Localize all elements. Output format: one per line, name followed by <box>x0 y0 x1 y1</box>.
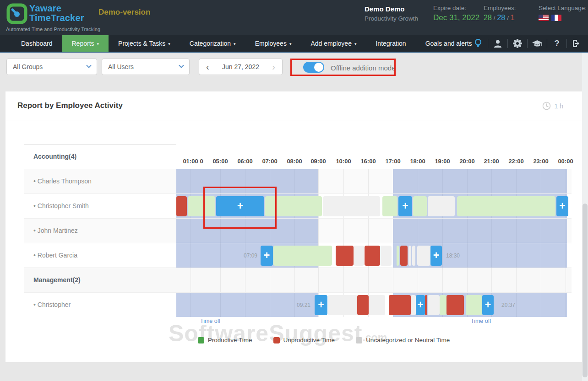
language-block: Select Language: <box>539 5 587 21</box>
group-name[interactable]: Management(2) <box>24 268 176 292</box>
axis-tick-label: 22:00 <box>508 158 523 165</box>
employee-row: • John Martinez <box>24 218 572 243</box>
legend-item-uncategorized-or-neutral-time: Uncategorized or Neutral Time <box>356 337 450 343</box>
timeline: ++07:0918:30 <box>176 243 572 268</box>
fr-flag-icon[interactable] <box>551 15 561 21</box>
group-row: Accounting(4)01:00005:0006:0007:0008:000… <box>24 144 572 169</box>
report-panel: Report by Employee Activity 1 h Accounti… <box>5 91 583 362</box>
legend-label: Unproductive Time <box>283 337 335 343</box>
help-icon[interactable]: ? <box>551 38 563 49</box>
page-scrollbar[interactable] <box>582 53 588 381</box>
chevron-down-icon: ▾ <box>97 42 99 46</box>
group-name[interactable]: Accounting(4) <box>24 144 176 169</box>
employee-name[interactable]: • Christopher <box>24 293 176 317</box>
add-offline-time-button[interactable]: + <box>216 196 264 216</box>
date-picker[interactable]: ‹ Jun 27, 2022 › <box>199 59 283 75</box>
nav-item-projects-tasks[interactable]: Projects & Tasks▾ <box>109 35 180 52</box>
add-offline-time-button[interactable]: + <box>430 246 442 266</box>
user-icon[interactable] <box>492 38 504 49</box>
nav-item-label: Dashboard <box>21 40 53 47</box>
nav-item-categorization[interactable]: Categorization▾ <box>180 35 245 52</box>
gear-icon[interactable] <box>512 38 523 49</box>
add-offline-time-button[interactable]: + <box>261 246 273 266</box>
groups-dropdown[interactable]: All Groups <box>6 59 97 75</box>
segment-neutral <box>428 196 455 216</box>
table-footer: Time offTime off <box>24 317 572 326</box>
axis-tick-label: 05:00 <box>212 158 228 165</box>
nav-item-label: Goals and alerts <box>425 40 472 47</box>
time-off-label: Time off <box>471 318 491 324</box>
employee-row: • Christopher+++09:2120:37 <box>24 292 572 317</box>
segment-neutral <box>417 246 430 266</box>
segment-productive <box>466 295 482 315</box>
gridline <box>516 268 517 292</box>
employee-name[interactable]: • Charles Thompson <box>24 169 176 193</box>
us-flag-icon[interactable] <box>539 15 549 21</box>
gridline <box>220 268 221 292</box>
segment-unproductive <box>357 295 369 315</box>
legend-label: Productive Time <box>208 337 252 343</box>
duration-value: 1 h <box>555 102 563 110</box>
chevron-down-icon: ▾ <box>354 42 357 46</box>
legend-swatch <box>198 337 204 343</box>
axis-tick-label: 06:00 <box>237 158 252 165</box>
employee-name[interactable]: • Robert Garcia <box>24 243 176 268</box>
timeline <box>176 169 572 193</box>
nav-item-reports[interactable]: Reports▾ <box>62 35 109 52</box>
gridline <box>491 268 492 292</box>
logout-icon[interactable] <box>571 38 583 49</box>
users-dropdown[interactable]: All Users <box>102 59 190 75</box>
employees-label: Employees: <box>484 5 516 11</box>
date-next-button[interactable]: › <box>272 59 275 74</box>
chevron-down-icon: ▾ <box>234 42 236 46</box>
segment-productive <box>457 196 555 216</box>
separator: / <box>507 15 509 21</box>
segment-unproductive <box>446 295 464 315</box>
session-time-label: 20:37 <box>501 293 515 317</box>
employee-name[interactable]: • Christopher Smith <box>24 194 176 218</box>
nav-icons: ? <box>472 35 583 52</box>
nav-item-label: Reports <box>72 40 94 47</box>
employee-row: • Christopher Smith+++ <box>24 193 572 218</box>
axis-tick-label: 21:00 <box>484 158 499 165</box>
time-off-label: Time off <box>200 318 220 324</box>
segment-neutral <box>411 295 416 315</box>
axis-tick-label: 16:00 <box>360 158 376 165</box>
offline-addition-toggle[interactable] <box>303 62 324 73</box>
date-prev-button[interactable]: ‹ <box>206 59 209 74</box>
user-block[interactable]: Demo Demo Productivity Growth <box>365 5 418 22</box>
nav-item-dashboard[interactable]: Dashboard <box>11 35 62 52</box>
add-offline-time-button[interactable]: + <box>398 196 412 216</box>
groups-dropdown-value: All Groups <box>13 63 43 70</box>
axis-tick-label: 18:00 <box>410 158 425 165</box>
gridline <box>566 268 566 292</box>
employees-count-total: 28 <box>497 14 505 21</box>
scrollbar-thumb[interactable] <box>583 204 588 377</box>
nav-item-add-employee[interactable]: Add employee▾ <box>301 35 366 52</box>
employee-row: • Charles Thompson <box>24 169 572 193</box>
nav-item-integration[interactable]: Integration <box>366 35 415 52</box>
gridline <box>368 219 369 243</box>
gridline <box>442 268 443 292</box>
segment-productive <box>265 196 322 216</box>
segment-productive <box>188 196 215 216</box>
add-offline-time-button[interactable]: + <box>556 196 568 216</box>
add-offline-time-button[interactable]: + <box>315 295 327 315</box>
timeline <box>176 219 572 243</box>
segment-productive <box>397 246 399 266</box>
time-off-band <box>393 219 567 243</box>
add-offline-time-button[interactable]: + <box>416 295 425 315</box>
report-duration: 1 h <box>542 102 563 110</box>
clock-icon <box>542 102 551 110</box>
employee-name[interactable]: • John Martinez <box>24 219 176 243</box>
legend-label: Uncategorized or Neutral Time <box>366 337 450 343</box>
gridline <box>191 268 191 292</box>
language-label: Select Language: <box>539 5 587 11</box>
education-icon[interactable] <box>531 38 543 49</box>
gridline <box>245 268 245 292</box>
add-offline-time-button[interactable]: + <box>482 295 494 315</box>
nav-item-employees[interactable]: Employees▾ <box>245 35 301 52</box>
axis-tick-label: 20:00 <box>459 158 474 165</box>
lightbulb-icon[interactable] <box>472 38 484 49</box>
demo-version-label: Demo-version <box>98 8 150 17</box>
